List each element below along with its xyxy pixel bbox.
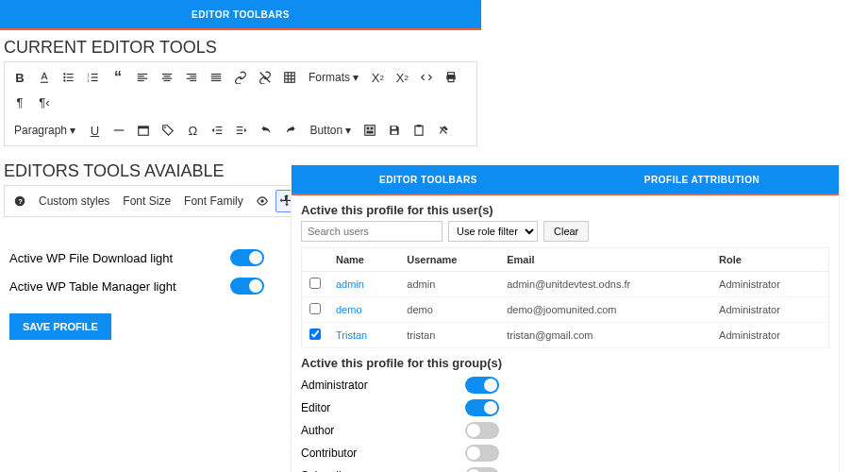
print-icon[interactable]: [440, 66, 462, 89]
svg-rect-44: [237, 129, 242, 130]
hr-icon[interactable]: [108, 119, 130, 142]
outdent-icon[interactable]: [206, 119, 228, 142]
group-row: Administrator: [292, 374, 509, 396]
svg-rect-19: [164, 80, 171, 81]
clear-format-icon[interactable]: [432, 119, 455, 142]
redo-icon[interactable]: [279, 119, 302, 142]
groups-section-title: Active this profile for this group(s): [292, 348, 839, 374]
custom-styles-dropdown[interactable]: Custom styles: [33, 190, 115, 212]
date-icon[interactable]: [132, 119, 155, 142]
svg-rect-17: [164, 76, 171, 76]
formats-dropdown[interactable]: Formats ▾: [303, 66, 364, 89]
svg-rect-8: [92, 80, 98, 81]
align-left-icon[interactable]: [131, 66, 154, 89]
pilcrow-icon[interactable]: ¶: [8, 91, 31, 113]
clear-button[interactable]: Clear: [543, 221, 589, 242]
insert-template-icon[interactable]: [359, 119, 381, 142]
switch-file-download[interactable]: [230, 249, 264, 266]
svg-rect-18: [162, 78, 173, 79]
underline-button[interactable]: U: [83, 119, 106, 142]
svg-rect-28: [285, 73, 295, 83]
svg-rect-16: [162, 74, 173, 75]
svg-rect-36: [114, 129, 125, 130]
user-role: Administrator: [711, 272, 828, 297]
group-switch[interactable]: [465, 445, 499, 462]
superscript-icon[interactable]: X2: [366, 66, 389, 89]
numbered-list-icon[interactable]: 123: [82, 66, 105, 89]
user-username: demo: [399, 297, 499, 323]
indent-icon[interactable]: [230, 119, 253, 142]
user-username: tristan: [399, 323, 499, 348]
table-row: adminadminadmin@unitdevtest.odns.frAdmin…: [302, 272, 829, 297]
textcolor-icon[interactable]: [33, 66, 56, 89]
user-name-link[interactable]: admin: [328, 272, 399, 297]
svg-rect-49: [367, 131, 374, 134]
bullet-list-icon[interactable]: [58, 66, 80, 89]
help-icon[interactable]: ?: [8, 190, 31, 212]
save-icon[interactable]: [383, 119, 406, 142]
group-switch[interactable]: [465, 399, 499, 416]
tab-profile-attribution[interactable]: PROFILE ATTRIBUTION: [565, 165, 839, 194]
align-right-icon[interactable]: [180, 66, 203, 89]
visibility-icon[interactable]: [251, 190, 274, 212]
svg-rect-50: [392, 126, 397, 129]
group-row: Editor: [292, 396, 509, 419]
svg-point-0: [63, 73, 65, 75]
source-code-icon[interactable]: [415, 66, 438, 89]
col-email: Email: [499, 248, 711, 272]
group-row: Subscriber: [292, 464, 509, 472]
font-size-dropdown[interactable]: Font Size: [117, 190, 176, 212]
svg-rect-5: [67, 80, 74, 81]
undo-icon[interactable]: [255, 119, 277, 142]
button-dropdown[interactable]: Button ▾: [304, 119, 357, 142]
row-checkbox[interactable]: [309, 278, 321, 289]
svg-rect-22: [187, 78, 197, 79]
group-switch[interactable]: [465, 422, 499, 439]
tab-editor-toolbars[interactable]: EDITOR TOOLBARS: [0, 0, 481, 28]
blockquote-icon[interactable]: “: [107, 66, 129, 89]
row-checkbox[interactable]: [309, 329, 321, 340]
user-email: tristan@gmail.com: [499, 323, 711, 348]
group-row: Contributor: [292, 442, 509, 464]
subscript-icon[interactable]: X2: [391, 66, 413, 89]
unlink-icon[interactable]: [254, 66, 276, 89]
svg-point-1: [63, 76, 65, 78]
tab-editor-toolbars-right[interactable]: EDITOR TOOLBARS: [292, 165, 565, 195]
svg-rect-40: [216, 126, 222, 127]
svg-rect-4: [67, 76, 74, 77]
tag-icon[interactable]: [157, 119, 179, 142]
omega-icon[interactable]: Ω: [181, 119, 204, 142]
svg-rect-35: [448, 78, 454, 82]
svg-text:3: 3: [88, 79, 90, 83]
group-label: Contributor: [301, 447, 357, 460]
link-icon[interactable]: [229, 66, 252, 89]
svg-rect-23: [190, 80, 196, 81]
col-username: Username: [399, 248, 499, 272]
svg-text:?: ?: [18, 197, 23, 206]
svg-rect-46: [365, 126, 376, 136]
switch-table-manager[interactable]: [230, 278, 264, 295]
svg-rect-7: [92, 76, 98, 77]
group-switch[interactable]: [465, 377, 499, 394]
toggle-wp-table-manager: Active WP Table Manager light: [0, 272, 274, 300]
paste-icon[interactable]: [408, 119, 430, 142]
user-name-link[interactable]: demo: [328, 297, 399, 323]
align-justify-icon[interactable]: [205, 66, 227, 89]
font-family-dropdown[interactable]: Font Family: [178, 190, 249, 212]
align-center-icon[interactable]: [156, 66, 178, 89]
group-switch[interactable]: [465, 467, 499, 472]
svg-point-56: [260, 199, 264, 203]
row-checkbox[interactable]: [309, 303, 321, 314]
paragraph-dropdown[interactable]: Paragraph ▾: [8, 119, 81, 142]
svg-rect-15: [138, 80, 144, 81]
user-name-link[interactable]: Tristan: [328, 323, 399, 348]
user-username: admin: [399, 272, 499, 297]
bold-button[interactable]: B: [8, 66, 31, 89]
svg-point-2: [63, 79, 65, 81]
table-icon[interactable]: [278, 66, 301, 89]
save-profile-button[interactable]: SAVE PROFILE: [9, 313, 111, 340]
search-users-input[interactable]: [301, 221, 442, 242]
user-email: demo@joomunited.com: [499, 297, 711, 323]
pilcrow-rtl-icon[interactable]: ¶‹: [33, 91, 56, 113]
role-filter-select[interactable]: Use role filter: [448, 221, 538, 242]
